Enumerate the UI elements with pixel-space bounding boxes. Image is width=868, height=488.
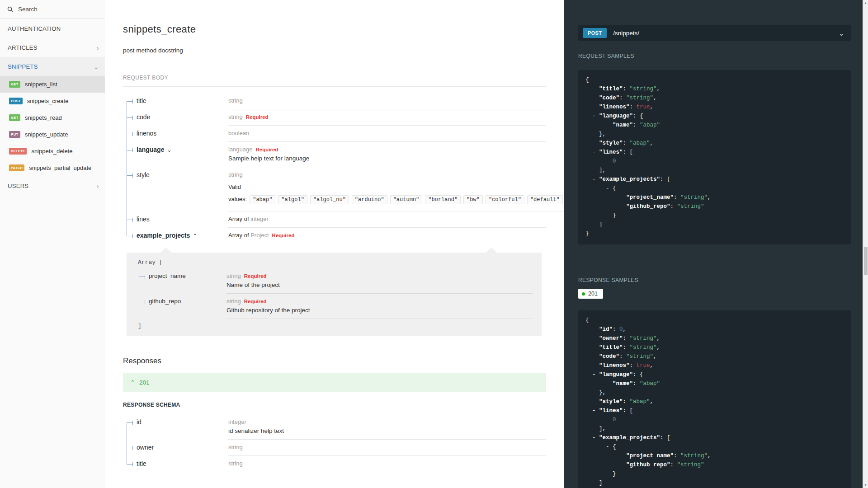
code-line: "title": "string", [585,343,844,352]
collapse-toggle[interactable]: - [592,113,596,119]
operation-label: snippets_partial_update [29,164,91,171]
collapse-toggle[interactable]: - [592,176,596,183]
code-line: 0 [585,157,844,166]
sidebar-item-snippets_partial_update[interactable]: PATCHsnippets_partial_update [0,160,105,176]
scroll-down-arrow-icon[interactable]: ▼ [863,483,868,487]
search-input[interactable] [17,5,98,13]
valid-values-label: Valid values: [228,183,247,202]
field-type: Array of integer [228,216,546,222]
field-name[interactable]: example_projects [137,232,190,239]
field-name: project_name [149,272,186,279]
valid-value-chip: "colorful" [486,195,524,204]
code-line: "github_repo": "string" [585,460,844,469]
sidebar-item-label: USERS [8,183,28,189]
scrollbar[interactable]: ▲ ▼ [863,0,868,488]
collapse-toggle[interactable]: - [592,371,596,378]
sidebar-item-articles[interactable]: ARTICLES› [0,38,105,57]
required-badge: Required [272,233,295,238]
sidebar-item-authentication[interactable]: AUTHENTICATION [0,19,105,38]
method-badge-delete: DELETE [9,148,27,155]
valid-value-chip: "default" [527,195,563,204]
schema-field-style: stylestringValid values:"abap""algol""al… [127,167,546,211]
endpoint-selector[interactable]: POST /snippets/ ⌄ [578,25,851,41]
code-line: - "example_projects": [ [585,175,844,184]
sidebar-item-snippets[interactable]: SNIPPETS⌄ [0,57,105,76]
field-name: github_repo [149,298,181,305]
field-name: lines [137,216,150,223]
code-line: "project_name": "string", [585,451,844,460]
collapse-toggle[interactable]: - [606,444,609,450]
operation-label: snippets_list [25,81,57,88]
array-close-bracket: ] [138,323,533,329]
schema-field-title: titlestring [127,456,546,472]
chevron-down-icon: ⌄ [93,63,99,70]
tree-line [139,277,139,302]
method-badge-put: PUT [9,131,20,138]
sidebar: AUTHENTICATIONARTICLES›SNIPPETS⌄GETsnipp… [0,0,105,488]
response-code-tab[interactable]: 201 [578,289,603,299]
operation-label: snippets_read [25,114,62,121]
method-badge-post: POST [9,98,23,104]
collapse-toggle[interactable]: - [592,149,596,155]
scroll-up-arrow-icon[interactable]: ▲ [863,1,868,5]
code-line: "linenos": true, [585,103,844,112]
field-name: title [137,97,146,104]
chevron-down-icon: ⌄ [167,147,171,153]
code-line: } [585,229,844,238]
valid-values: Valid values:"abap""algol""algol_nu""ard… [228,181,564,206]
collapse-toggle[interactable]: - [592,408,596,414]
scroll-thumb[interactable] [864,247,868,275]
sidebar-item-users[interactable]: USERS› [0,176,105,195]
required-badge: Required [244,273,267,279]
tree-line [127,422,127,464]
code-line: - { [585,442,844,451]
main-content: snippets_create post method docstring RE… [105,0,564,488]
field-help: id serializer help text [228,427,546,434]
code-line: "code": "string", [585,352,844,361]
request-body-label: REQUEST BODY [123,75,546,87]
response-code-tab-label: 201 [588,291,598,297]
valid-value-chip: "abap" [250,195,275,204]
collapse-toggle[interactable]: - [606,185,609,192]
code-line: - "example_projects": [ [585,433,844,442]
operation-label: snippets_update [25,131,68,138]
sidebar-menu: AUTHENTICATIONARTICLES›SNIPPETS⌄GETsnipp… [0,19,105,195]
field-name[interactable]: language [137,146,164,153]
sidebar-item-label: AUTHENTICATION [8,25,61,32]
chevron-up-icon: ⌃ [193,233,197,239]
code-line: ] [585,479,844,488]
tree-line [127,101,127,236]
sidebar-item-label: SNIPPETS [8,63,38,70]
page-title: snippets_create [123,23,564,35]
schema-field-github_repo: github_repostringRequiredGithub reposito… [139,294,533,319]
code-line: "name": "abap" [585,379,844,388]
collapse-toggle[interactable]: - [592,435,596,441]
operation-label: snippets_delete [31,148,72,155]
chevron-up-icon: ⌃ [130,379,135,386]
field-help: Sample help text for language [228,155,546,162]
schema-field-linenos: linenosboolean [127,126,546,142]
sidebar-item-snippets_list[interactable]: GETsnippets_list [0,76,105,93]
schema-field-language: language⌄languageRequiredSample help tex… [127,142,546,167]
sidebar-item-snippets_read[interactable]: GETsnippets_read [0,109,105,126]
operations-list: GETsnippets_listPOSTsnippets_createGETsn… [0,76,105,176]
responses-title: Responses [123,357,564,366]
search-box[interactable] [0,0,105,19]
field-type: languageRequired [228,146,546,153]
response-samples-label: RESPONSE SAMPLES [578,277,851,283]
sidebar-item-snippets_delete[interactable]: DELETEsnippets_delete [0,143,105,160]
request-samples-label: REQUEST SAMPLES [578,53,851,59]
method-badge-patch: PATCH [9,164,24,171]
field-type: stringRequired [226,298,533,305]
required-badge: Required [244,299,267,304]
sidebar-item-snippets_create[interactable]: POSTsnippets_create [0,93,105,109]
code-line: "name": "abap" [585,121,844,130]
response-201-banner[interactable]: ⌃ 201 [123,373,546,392]
field-type: Array of ProjectRequired [228,232,546,239]
code-line: "style": "abap", [585,397,844,406]
redoc-app: AUTHENTICATIONARTICLES›SNIPPETS⌄GETsnipp… [0,0,868,488]
code-line: - "lines": [ [585,406,844,415]
valid-value-chip: "algol_nu" [310,195,349,204]
field-type: string [228,97,546,104]
sidebar-item-snippets_update[interactable]: PUTsnippets_update [0,126,105,143]
